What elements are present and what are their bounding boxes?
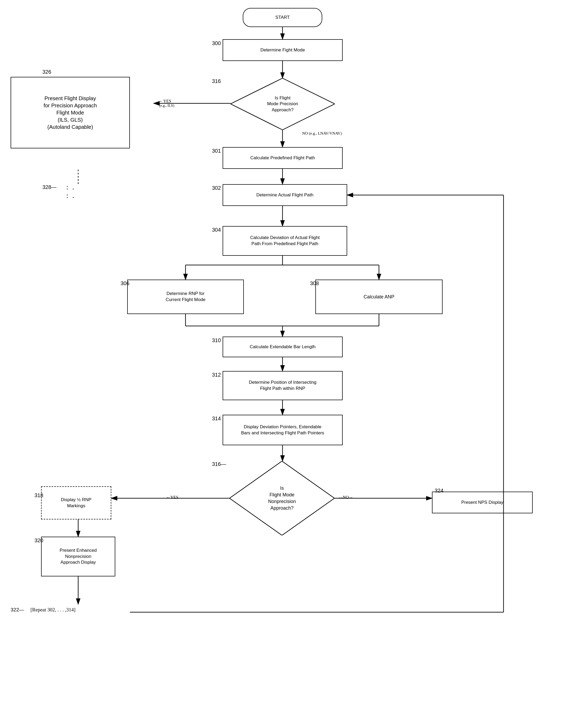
box-320: Present EnhancedNonprecisionApproach Dis… (41, 537, 115, 576)
flowchart-diagram: START 300 Determine Fight Mode 316 Is Fl… (0, 0, 565, 728)
label-301: Calculate Predefined Flight Path (250, 155, 315, 161)
num-304: 304 (212, 227, 221, 233)
box-310: Calculate Extendable Bar Length (223, 337, 343, 357)
label-318: Display ½ RNPMarkings (61, 497, 91, 509)
box-314: Display Deviation Pointers, ExtendableBa… (223, 415, 343, 445)
box-318: Display ½ RNPMarkings (41, 486, 111, 519)
diamond-316-text: Is FlightMode PrecisionApproach? (267, 95, 298, 113)
diamond-316: Is FlightMode PrecisionApproach? (231, 78, 335, 130)
diamond-316b: IsFlight ModeNonprecisionApproach? (229, 461, 334, 535)
label-322: [Repeat 302, . . . ,314] (30, 607, 76, 613)
box-301: Calculate Predefined Flight Path (223, 147, 343, 169)
box-312: Determine Position of IntersectingFlight… (223, 371, 343, 400)
num-302: 302 (212, 185, 221, 191)
start-shape: START (243, 8, 322, 27)
label-320: Present EnhancedNonprecisionApproach Dis… (60, 548, 97, 566)
dots-328: : .: . (66, 183, 75, 200)
box-304: Calculate Deviation of Actual FlightPath… (223, 226, 347, 256)
box-308: Calculate ANP (315, 280, 443, 314)
yes-label-316: ←YES (e.g., ILS) (159, 97, 191, 110)
num-316b: 316— (212, 461, 226, 467)
num-301: 301 (212, 148, 221, 154)
num-326: 326 (42, 69, 51, 75)
label-312: Determine Position of IntersectingFlight… (249, 380, 316, 392)
no-label-316b: —NO→ (335, 493, 356, 501)
label-302: Determine Actual Flight Path (256, 192, 313, 198)
box-300: Determine Fight Mode (223, 39, 343, 61)
box-306: Determine RNP forCurrent Flight Mode (127, 280, 244, 314)
start-label: START (275, 15, 290, 21)
label-314: Display Deviation Pointers, ExtendableBa… (241, 424, 324, 436)
label-310: Calculate Extendable Bar Length (250, 344, 316, 350)
label-300: Determine Fight Mode (260, 47, 305, 53)
num-316: 316 (212, 78, 221, 84)
diamond-316b-text: IsFlight ModeNonprecisionApproach? (268, 485, 296, 512)
num-300: 300 (212, 40, 221, 46)
num-328: 328— (42, 184, 56, 190)
label-308: Calculate ANP (364, 294, 394, 300)
box-324: Present NPS Display (432, 492, 533, 513)
box-326: Present Flight Displayfor Precision Appr… (11, 77, 130, 148)
num-322: 322— (11, 607, 24, 613)
num-314: 314 (212, 416, 221, 422)
no-label-316: NO (e.g., LNAV/VNAV) (289, 131, 355, 139)
yes-label-316b: ←YES (159, 493, 186, 501)
box-302: Determine Actual Flight Path (223, 184, 347, 206)
num-310: 310 (212, 337, 221, 343)
label-304: Calculate Deviation of Actual FlightPath… (250, 235, 320, 247)
label-324: Present NPS Display (461, 500, 504, 506)
label-306: Determine RNP forCurrent Flight Mode (166, 291, 205, 303)
label-326: Present Flight Displayfor Precision Appr… (43, 95, 97, 131)
num-312: 312 (212, 372, 221, 378)
